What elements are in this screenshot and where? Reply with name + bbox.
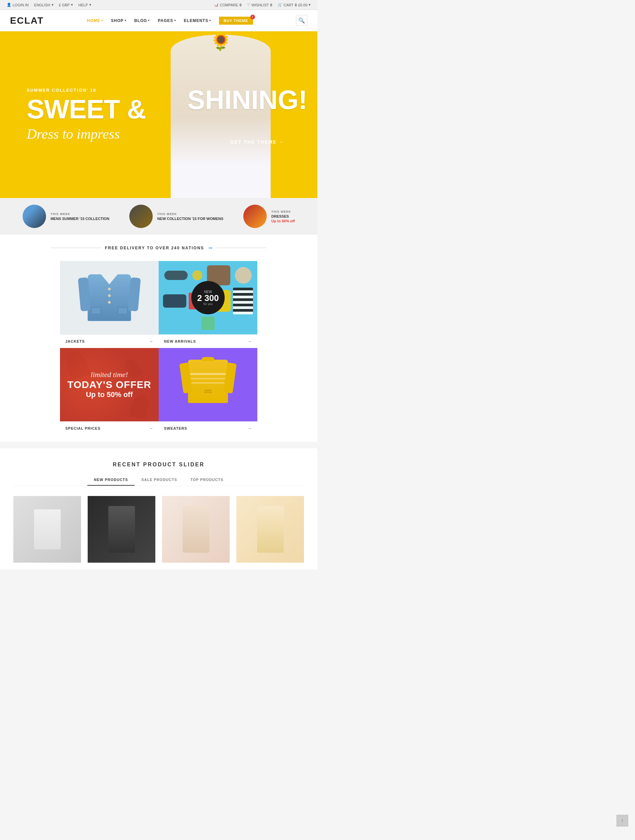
na-shoes	[163, 294, 186, 308]
feature-name-womens: NEW COLLECTION '15 FOR WOMENS	[157, 217, 223, 221]
category-footer-jackets: JACKETS →	[60, 334, 159, 348]
product-grid	[13, 496, 304, 563]
hero-banner: 🌻 SUMMER COLLECTION' 16 SWEET & Dress to…	[0, 32, 318, 198]
product-slider-section: RECENT PRODUCT SLIDER NEW PRODUCTS SALE …	[0, 448, 318, 569]
login-label[interactable]: LOGIN IN	[13, 3, 28, 7]
feature-thumb-mens	[23, 205, 46, 228]
header: ECLAT HOME ▾ SHOP ▾ BLOG ▾ PAGES ▾ ELEME…	[0, 10, 318, 32]
cart-label: CART	[284, 3, 294, 7]
feature-thumb-womens	[130, 205, 153, 228]
category-arrow-jackets: →	[149, 339, 153, 343]
category-img-jackets	[60, 261, 159, 334]
category-label-sweaters: SWEATERS	[164, 426, 187, 430]
special-title: TODAY'S OFFER	[67, 379, 151, 390]
hero-cta[interactable]: GET THE THEME →	[230, 139, 284, 145]
feature-strip: THIS WEEK MENS SUMMER '15 COLLECTION THI…	[0, 198, 318, 235]
language-item[interactable]: ENGLISH ▾	[34, 3, 53, 7]
category-arrow-new-arrivals: →	[248, 339, 252, 343]
currency-label: £ GBP	[59, 3, 70, 7]
category-new-arrivals[interactable]: NEW 2 300 for you NEW ARRIVALS →	[159, 261, 257, 348]
currency-item[interactable]: £ GBP ▾	[59, 3, 73, 7]
na-sunglass-1	[164, 271, 188, 280]
help-caret: ▾	[89, 3, 91, 7]
nav-shop[interactable]: SHOP ▾	[111, 18, 126, 23]
hero-content: SUMMER COLLECTION' 16 SWEET & Dress to i…	[0, 88, 146, 142]
new-sub: for you	[203, 302, 213, 306]
feature-info-mens: THIS WEEK MENS SUMMER '15 COLLECTION	[51, 212, 109, 221]
login-item[interactable]: 👤 LOGIN IN	[7, 3, 28, 7]
compare-label: COMPARE	[220, 3, 239, 7]
cart-icon: 🛒	[278, 3, 282, 7]
delivery-line-left	[51, 248, 101, 248]
delivery-banner: FREE DELIVERY TO OVER 240 NATIONS ⇒	[0, 235, 318, 261]
tab-new-products[interactable]: NEW PRODUCTS	[87, 474, 135, 486]
feature-mens[interactable]: THIS WEEK MENS SUMMER '15 COLLECTION	[23, 205, 109, 228]
category-label-jackets: JACKETS	[65, 339, 85, 343]
main-nav: HOME ▾ SHOP ▾ BLOG ▾ PAGES ▾ ELEMENTS ▾ …	[87, 17, 253, 25]
chart-icon: 📊	[214, 3, 219, 7]
category-arrow-special: →	[149, 426, 153, 430]
nav-blog[interactable]: BLOG ▾	[134, 18, 150, 23]
product-slider-title: RECENT PRODUCT SLIDER	[13, 462, 304, 468]
feature-highlight-dresses: Up to 50% off	[271, 219, 295, 223]
product-card-2[interactable]	[88, 496, 155, 563]
hero-subtitle: SUMMER COLLECTION' 16	[27, 88, 146, 93]
compare-count: 0	[239, 3, 241, 7]
product-tabs: NEW PRODUCTS SALE PRODUCTS TOP PRODUCTS	[13, 474, 304, 486]
category-label-special: SPECIAL PRICES	[65, 426, 101, 430]
feature-week-womens: THIS WEEK	[157, 212, 223, 216]
compare-item[interactable]: 📊 COMPARE 0	[214, 3, 242, 7]
buy-theme-badge: !	[250, 15, 255, 19]
cart-count: 0	[295, 3, 297, 7]
special-cursive: limited time!	[91, 370, 128, 379]
nav-home[interactable]: HOME ▾	[87, 18, 103, 23]
special-text: limited time! TODAY'S OFFER Up to 50% of…	[60, 348, 159, 422]
nav-pages[interactable]: PAGES ▾	[158, 18, 176, 23]
wishlist-count: 0	[270, 3, 272, 7]
category-special[interactable]: limited time! TODAY'S OFFER Up to 50% of…	[60, 348, 159, 435]
feature-dresses[interactable]: THIS WEEK DRESSES Up to 50% off	[243, 205, 295, 228]
nav-elements[interactable]: ELEMENTS ▾	[184, 18, 211, 23]
person-icon: 👤	[7, 3, 11, 7]
product-card-1[interactable]	[13, 496, 81, 563]
delivery-line-right	[216, 248, 266, 248]
cart-caret: ▾	[309, 3, 311, 7]
feature-week-mens: THIS WEEK	[51, 212, 109, 216]
category-footer-special: SPECIAL PRICES →	[60, 422, 159, 435]
currency-caret: ▾	[71, 3, 73, 7]
logo[interactable]: ECLAT	[10, 15, 44, 26]
nav-buy-theme[interactable]: BUY THEME !	[219, 17, 253, 25]
delivery-text: FREE DELIVERY TO OVER 240 NATIONS	[105, 246, 204, 250]
tab-sale-products[interactable]: SALE PRODUCTS	[135, 474, 184, 486]
special-off: Up to 50% off	[86, 390, 133, 399]
wishlist-item[interactable]: ♡ WISHLIST 0	[247, 3, 272, 7]
product-card-3[interactable]	[162, 496, 230, 563]
language-label: ENGLISH	[34, 3, 50, 7]
heart-icon: ♡	[247, 3, 250, 7]
hero-cursive: Dress to impress	[27, 126, 146, 142]
feature-info-dresses: THIS WEEK DRESSES Up to 50% off	[271, 210, 295, 223]
top-bar-right: 📊 COMPARE 0 ♡ WISHLIST 0 🛒 CART 0 £0.00 …	[214, 3, 311, 7]
feature-info-womens: THIS WEEK NEW COLLECTION '15 FOR WOMENS	[157, 212, 223, 221]
category-jackets[interactable]: JACKETS →	[60, 261, 159, 348]
category-img-special: limited time! TODAY'S OFFER Up to 50% of…	[60, 348, 159, 422]
top-bar-left: 👤 LOGIN IN ENGLISH ▾ £ GBP ▾ HELP ▾	[7, 3, 91, 7]
product-card-4[interactable]	[236, 496, 304, 563]
feature-name-mens: MENS SUMMER '15 COLLECTION	[51, 217, 109, 221]
search-button[interactable]: 🔍	[296, 15, 307, 26]
feature-womens[interactable]: THIS WEEK NEW COLLECTION '15 FOR WOMENS	[130, 205, 223, 228]
na-stripe	[233, 288, 253, 314]
new-num: 2 300	[197, 294, 219, 302]
category-footer-sweaters: SWEATERS →	[159, 422, 257, 435]
hero-title-left: SWEET &	[27, 96, 146, 123]
delivery-arrow-icon: ⇒	[208, 245, 212, 251]
wishlist-label: WISHLIST	[252, 3, 269, 7]
cart-item[interactable]: 🛒 CART 0 £0.00 ▾	[278, 3, 311, 7]
top-bar: 👤 LOGIN IN ENGLISH ▾ £ GBP ▾ HELP ▾ 📊 CO…	[0, 0, 318, 10]
cart-price: £0.00	[298, 3, 307, 7]
tab-top-products[interactable]: TOP PRODUCTS	[184, 474, 230, 486]
category-sweaters[interactable]: LE MONTS'ROUGE SWEATERS →	[159, 348, 257, 435]
help-item[interactable]: HELP ▾	[78, 3, 91, 7]
category-footer-new-arrivals: NEW ARRIVALS →	[159, 334, 257, 348]
category-arrow-sweaters: →	[248, 426, 252, 430]
